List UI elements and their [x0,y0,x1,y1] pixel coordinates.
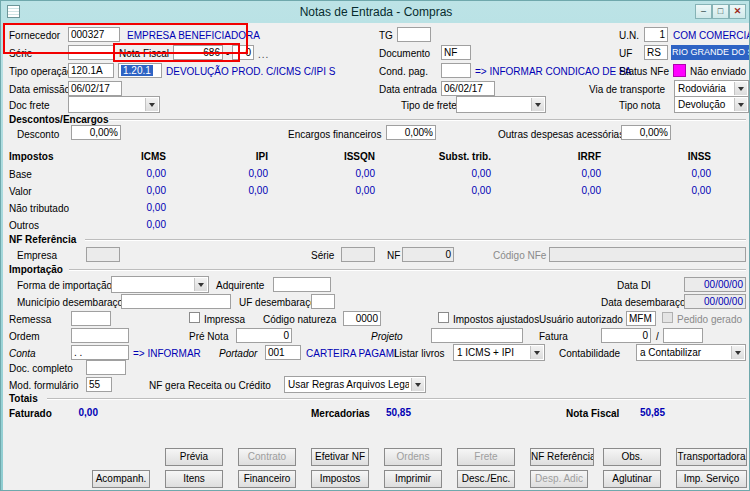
conta-field[interactable]: . . [71,345,129,360]
forma-importacao-select[interactable] [111,276,209,293]
usuario-autorizado-field[interactable]: MFM [626,311,656,326]
pre-nota-field[interactable]: 0 [236,328,292,343]
projeto-field[interactable] [431,328,523,343]
adquirente-field[interactable] [273,277,331,292]
app-window: Notas de Entrada - Compras – □ ✕ Fornece… [0,0,750,491]
portador-field[interactable]: 001 [265,345,301,360]
fornecedor-label: Fornecedor [9,29,60,42]
nota-fiscal-numero-field[interactable]: 686 [173,45,223,60]
via-transporte-select[interactable]: Rodoviária [674,80,749,97]
pedido-gerado-checkbox-label: Pedido gerado [677,313,742,326]
mod-formulario-label: Mod. formulário [9,379,78,392]
aglutinar-button[interactable]: Aglutinar [603,470,661,488]
nf-gera-select[interactable]: Usar Regras Arquivos Legais [284,376,426,393]
cond-pag-field[interactable] [441,63,471,78]
chevron-down-icon[interactable] [734,98,747,111]
tipo-operacao-descricao: DEVOLUÇÃO PROD. C/ICMS C/IPI S [166,65,335,78]
chevron-down-icon[interactable] [734,82,747,95]
section-title-descontos: Descontos/Encargos [9,114,108,125]
nf-referencia-button[interactable]: NF Referência [530,448,594,466]
listar-livros-select[interactable]: 1 ICMS + IPI [453,344,545,361]
doc-completo-field[interactable] [86,360,126,375]
impostos-button[interactable]: Impostos [311,470,369,488]
fatura-parcela-field[interactable] [663,328,703,343]
chevron-down-icon[interactable] [731,346,744,359]
data-entrada-field[interactable]: 06/02/17 [441,81,495,96]
documento-field[interactable]: NF [441,45,471,60]
tg-field[interactable] [397,27,431,42]
imprimir-button[interactable]: Imprimir [384,470,442,488]
chevron-down-icon[interactable] [530,346,543,359]
outras-despesas-field[interactable]: 0,00% [621,125,671,140]
encargos-field[interactable]: 0,00% [386,125,436,140]
transportadora-button[interactable]: Transportadora [676,448,747,466]
tipo-operacao-cfop-field[interactable]: 1.20.1 [118,63,162,78]
section-title-totais: Totais [9,393,38,404]
ordem-field[interactable] [71,328,129,343]
contabilidade-select[interactable]: a Contabilizar [636,344,746,361]
desconto-field[interactable]: 0,00% [71,125,121,140]
portador-hint: CARTEIRA PAGAMI [306,347,397,360]
cond-pag-hint: => INFORMAR CONDICAO DE PA [475,65,632,78]
section-divider [69,269,746,271]
previa-button[interactable]: Prévia [165,448,223,466]
minimize-button[interactable]: – [695,4,712,19]
impostos-header-ipi: IPI [208,151,268,162]
itens-button[interactable]: Itens [165,470,223,488]
impostos-cell: 0,00 [541,168,601,179]
data-emissao-field[interactable]: 06/02/17 [68,81,122,96]
acompanh-button[interactable]: Acompanh. [92,470,150,488]
codigo-natureza-field[interactable]: 0000 [343,311,381,326]
nfref-nf-field: 0 [402,247,454,262]
serie-field[interactable] [68,45,114,60]
efetivar-nf-button[interactable]: Efetivar NF [311,448,369,466]
tipo-frete-select[interactable] [456,96,546,113]
uf-field[interactable]: RS [644,45,668,60]
chevron-down-icon[interactable] [531,98,544,111]
desc-enc-button[interactable]: Desc./Enc. [457,470,515,488]
cond-pag-label: Cond. pag. [379,65,428,78]
nota-fiscal-serie-field[interactable]: 0 [232,45,254,60]
status-nfe-label: Status NFe [619,65,669,78]
conta-hint: => INFORMAR [133,347,201,360]
fatura-field[interactable]: 0 [601,328,651,343]
financeiro-button[interactable]: Financeiro [238,470,296,488]
municipio-desembaraco-field[interactable] [121,294,231,309]
close-button[interactable]: ✕ [729,4,746,19]
ordem-label: Ordem [9,330,40,343]
tipo-operacao-cfop-value: 1.20.1 [121,65,153,76]
mod-formulario-field[interactable]: 55 [86,377,112,392]
nota-fiscal-browse-button[interactable]: ... [258,49,269,60]
maximize-button[interactable]: □ [712,4,729,19]
tg-label: TG [379,29,393,42]
title-bar: Notas de Entrada - Compras – □ ✕ [1,1,750,23]
contrato-button: Contrato [238,448,296,466]
imp-servico-button[interactable]: Imp. Serviço [676,470,747,488]
impostos-cell: 0,00 [651,168,711,179]
doc-frete-select[interactable] [68,96,160,113]
remessa-field[interactable] [71,311,111,326]
impressa-checkbox[interactable] [189,312,200,323]
impostos-cell: 0,00 [106,168,166,179]
chevron-down-icon[interactable] [411,378,424,391]
uf-desembaraco-field[interactable] [311,294,335,309]
obs-button[interactable]: Obs. [603,448,661,466]
status-nfe-text: Não enviado [690,65,746,78]
nota-fiscal-separator: - [226,47,229,60]
impostos-cell: 0,00 [431,168,491,179]
tipo-nota-label: Tipo nota [619,99,660,112]
status-nfe-indicator [673,64,686,77]
impostos-ajustados-checkbox[interactable] [438,312,449,323]
chevron-down-icon[interactable] [145,98,158,111]
nfref-nf-label: NF [387,249,400,262]
un-field[interactable]: 1 [644,27,668,42]
data-entrada-label: Data entrada [379,83,437,96]
nfref-serie-label: Série [311,249,334,262]
contabilidade-label: Contabilidade [559,347,620,360]
chevron-down-icon[interactable] [194,278,207,291]
desconto-label: Desconto [17,128,59,141]
impostos-cell: 0,00 [106,185,166,196]
tipo-operacao-code-field[interactable]: 120.1A [68,63,114,78]
fornecedor-code-field[interactable]: 000327 [68,27,120,42]
tipo-nota-select[interactable]: Devolução [674,96,749,113]
